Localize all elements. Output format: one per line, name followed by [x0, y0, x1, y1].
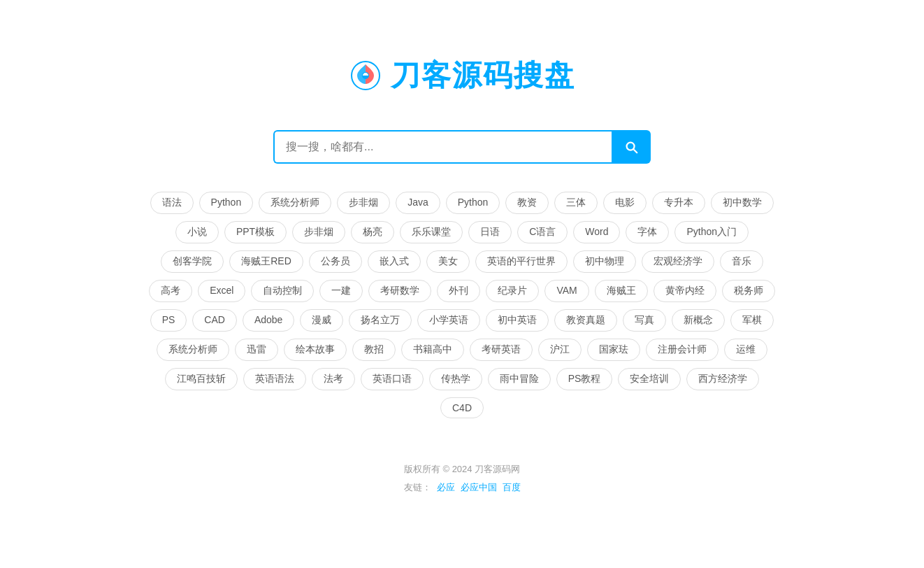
tag-item[interactable]: 嵌入式: [368, 250, 421, 273]
tag-item[interactable]: 外刊: [437, 280, 480, 302]
tag-item[interactable]: Adobe: [243, 309, 294, 332]
tag-item[interactable]: 传热学: [429, 368, 482, 390]
logo-area: 刀客源码搜盘: [349, 56, 575, 95]
tag-item[interactable]: 创客学院: [161, 250, 224, 273]
tag-item[interactable]: 系统分析师: [259, 192, 331, 214]
tag-item[interactable]: 公务员: [309, 250, 362, 273]
tag-item[interactable]: 自动控制: [251, 280, 314, 302]
tag-item[interactable]: Python: [446, 192, 500, 214]
search-area: [273, 130, 651, 164]
tag-item[interactable]: 江鸣百技斩: [165, 368, 238, 390]
tag-item[interactable]: 安全培训: [618, 368, 681, 390]
footer-link-baidu[interactable]: 百度: [503, 478, 521, 497]
tag-item[interactable]: 海贼王: [595, 280, 648, 302]
tag-item[interactable]: 杨亮: [351, 221, 394, 243]
tag-item[interactable]: 美女: [426, 250, 470, 273]
tag-item[interactable]: 小说: [175, 221, 219, 243]
tag-item[interactable]: 书籍高中: [401, 339, 464, 361]
tag-item[interactable]: 系统分析师: [157, 339, 229, 361]
tag-item[interactable]: Word: [573, 221, 620, 243]
footer-link-biying-china[interactable]: 必应中国: [461, 478, 497, 497]
search-icon: [623, 139, 639, 155]
tag-item[interactable]: 日语: [468, 221, 512, 243]
tag-item[interactable]: C4D: [440, 397, 484, 418]
tag-item[interactable]: 漫威: [300, 309, 343, 332]
tag-item[interactable]: 教资真题: [554, 309, 617, 332]
tag-item[interactable]: CAD: [192, 309, 237, 332]
tag-item[interactable]: 音乐: [720, 250, 763, 273]
tag-item[interactable]: 写真: [623, 309, 666, 332]
tag-item[interactable]: 电影: [603, 192, 647, 214]
tag-item[interactable]: 教招: [352, 339, 396, 361]
tag-item[interactable]: 考研英语: [470, 339, 533, 361]
tag-item[interactable]: 高考: [149, 280, 192, 302]
tag-item[interactable]: PS: [150, 309, 187, 332]
tag-item[interactable]: 英语的平行世界: [475, 250, 568, 273]
tag-item[interactable]: 海贼王RED: [229, 250, 303, 273]
tag-item[interactable]: Java: [396, 192, 440, 214]
tag-item[interactable]: 步非烟: [337, 192, 390, 214]
copyright-text: 版权所有 © 2024 刀客源码网: [404, 460, 521, 478]
tag-item[interactable]: PPT模板: [224, 221, 287, 243]
tag-item[interactable]: 西方经济学: [686, 368, 759, 390]
tag-item[interactable]: 初中物理: [573, 250, 636, 273]
tag-item[interactable]: 黄帝内经: [654, 280, 716, 302]
tag-item[interactable]: 字体: [626, 221, 669, 243]
tag-item[interactable]: VAM: [544, 280, 589, 302]
tag-item[interactable]: 注册会计师: [646, 339, 719, 361]
tag-item[interactable]: 三体: [554, 192, 598, 214]
logo-icon: [349, 59, 382, 92]
search-button[interactable]: [612, 130, 651, 164]
tag-item[interactable]: 初中数学: [711, 192, 774, 214]
tag-item[interactable]: PS教程: [556, 368, 613, 390]
tag-item[interactable]: 考研数学: [368, 280, 431, 302]
tag-item[interactable]: 法考: [312, 368, 355, 390]
tag-item[interactable]: 国家珐: [587, 339, 640, 361]
tag-item[interactable]: 宏观经济学: [642, 250, 714, 273]
tag-item[interactable]: 小学英语: [417, 309, 480, 332]
tag-item[interactable]: 英语口语: [361, 368, 424, 390]
tag-item[interactable]: 纪录片: [486, 280, 539, 302]
tag-item[interactable]: 扬名立万: [349, 309, 412, 332]
search-input[interactable]: [273, 130, 612, 164]
tag-item[interactable]: 步非烟: [292, 221, 345, 243]
tag-item[interactable]: C语言: [517, 221, 568, 243]
tag-item[interactable]: 英语语法: [243, 368, 306, 390]
tag-item[interactable]: 教资: [505, 192, 549, 214]
tag-item[interactable]: Excel: [198, 280, 245, 302]
tag-item[interactable]: 雨中冒险: [488, 368, 551, 390]
footer: 版权所有 © 2024 刀客源码网 友链： 必应 必应中国 百度: [404, 460, 521, 497]
tag-item[interactable]: 专升本: [652, 192, 705, 214]
tag-item[interactable]: 一建: [319, 280, 363, 302]
footer-links-label: 友链：: [404, 478, 431, 497]
tag-item[interactable]: 迅雷: [235, 339, 278, 361]
tag-item[interactable]: 税务师: [722, 280, 775, 302]
tag-item[interactable]: Python: [199, 192, 254, 214]
tag-item[interactable]: 军棋: [730, 309, 774, 332]
tag-item[interactable]: 乐乐课堂: [400, 221, 463, 243]
tag-item[interactable]: 语法: [150, 192, 194, 214]
tags-container: 语法Python系统分析师步非烟JavaPython教资三体电影专升本初中数学小…: [147, 192, 777, 418]
tag-item[interactable]: 运维: [724, 339, 767, 361]
page-title: 刀客源码搜盘: [391, 56, 575, 95]
footer-links: 友链： 必应 必应中国 百度: [404, 478, 521, 497]
tag-item[interactable]: 新概念: [672, 309, 725, 332]
tag-item[interactable]: 初中英语: [486, 309, 549, 332]
tag-item[interactable]: 沪江: [538, 339, 582, 361]
tag-item[interactable]: Python入门: [674, 221, 749, 243]
tag-item[interactable]: 绘本故事: [284, 339, 347, 361]
footer-link-biying[interactable]: 必应: [437, 478, 455, 497]
